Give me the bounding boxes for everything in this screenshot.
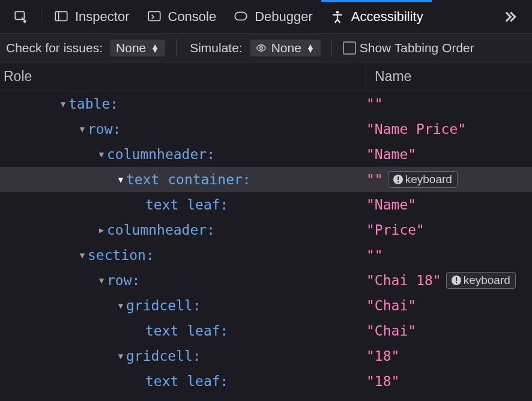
svg-rect-2 [148,11,160,20]
divider [41,7,41,26]
keyboard-badge[interactable]: keyboard [446,272,516,289]
role-label: row: [88,121,121,137]
tab-accessibility[interactable]: Accessibility [321,0,432,33]
pick-element-icon [13,9,29,25]
name-value: "Chai" [366,323,416,339]
role-label: row: [107,273,140,288]
tree-column-headers: Role Name [0,62,532,91]
tab-accessibility-label: Accessibility [351,9,423,25]
simulate-select[interactable]: None ▲▼ [250,40,321,56]
name-value: "" [366,96,383,112]
warning-icon [393,175,403,184]
accessibility-tree: ▼ table: "" ▼ row: "Name Price" ▼ column… [0,91,532,394]
simulate-value: None [271,41,301,55]
updown-icon: ▲▼ [151,44,159,52]
name-value: "" [366,172,383,187]
tree-row[interactable]: ▼ row: "Name Price" [0,116,532,142]
svg-point-4 [336,11,339,13]
tab-inspector[interactable]: Inspector [45,0,138,33]
show-tabbing-label: Show Tabbing Order [360,41,474,55]
chevron-down-icon[interactable]: ▼ [115,175,126,184]
column-header-name[interactable]: Name [366,62,532,91]
name-value: "Name" [366,197,416,213]
name-value: "Chai 18" [366,273,441,288]
role-label: columnheader: [107,222,215,238]
tree-row[interactable]: ▼ gridcell: "18" [0,343,532,369]
debugger-icon [233,9,249,25]
divider [331,39,332,56]
warning-icon [452,276,461,285]
role-label: table: [68,96,118,112]
role-label: section: [88,247,154,263]
role-label: text leaf: [145,323,228,339]
badge-label: keyboard [405,173,452,186]
simulate-label: Simulate: [187,41,245,55]
chevron-down-icon[interactable]: ▼ [77,250,88,260]
chevron-down-icon[interactable]: ▼ [115,301,126,310]
keyboard-badge[interactable]: keyboard [388,171,458,188]
accessibility-icon [330,9,345,25]
tab-debugger[interactable]: Debugger [225,0,321,33]
role-label: gridcell: [126,348,201,364]
column-header-role[interactable]: Role [0,62,366,91]
tree-row[interactable]: text leaf: "Name" [0,192,532,217]
tab-debugger-label: Debugger [255,9,313,25]
check-issues-value: None [116,41,146,55]
tree-row[interactable]: ▼ gridcell: "Chai" [0,293,532,318]
role-label: text leaf: [145,373,228,389]
name-value: "Name Price" [366,121,466,137]
name-value: "" [366,247,383,263]
divider [176,39,177,56]
tab-console-label: Console [168,9,217,25]
name-value: "Chai" [366,298,416,313]
tree-row[interactable]: ▼ columnheader: "Name" [0,142,532,167]
devtools-tabbar: Inspector Console Debugger Accessibility [0,0,532,34]
chevron-down-icon[interactable]: ▼ [115,351,126,361]
console-icon [147,9,162,25]
check-issues-select[interactable]: None ▲▼ [110,40,165,56]
tree-row[interactable]: ▶ columnheader: "Price" [0,217,532,243]
svg-rect-10 [456,277,457,281]
eye-icon [256,43,267,53]
tree-row[interactable]: ▼ section: "" [0,243,532,268]
show-tabbing-checkbox[interactable] [343,41,356,55]
chevron-down-icon[interactable]: ▼ [96,276,107,285]
tree-row[interactable]: ▼ row: "Chai 18" keyboard [0,268,532,293]
accessibility-toolbar: Check for issues: None ▲▼ Simulate: None… [0,34,532,62]
svg-rect-7 [397,176,399,180]
check-issues-label: Check for issues: [4,41,105,55]
show-tabbing-order[interactable]: Show Tabbing Order [343,41,474,55]
name-value: "Price" [366,222,425,238]
tabs-overflow-button[interactable] [492,0,527,33]
role-label: gridcell: [126,298,201,313]
inspector-icon [53,9,69,25]
svg-rect-8 [397,181,399,182]
svg-rect-1 [55,11,67,20]
tree-row[interactable]: ▼ table: "" [0,91,532,116]
badge-label: keyboard [464,274,510,287]
role-label: text container: [126,172,251,187]
svg-point-5 [259,46,262,49]
chevron-right-icon[interactable]: ▶ [96,225,107,235]
pick-element-button[interactable] [5,0,37,33]
chevrons-right-icon [501,8,519,26]
chevron-down-icon[interactable]: ▼ [58,99,68,109]
name-value: "18" [366,348,399,364]
chevron-down-icon[interactable]: ▼ [96,149,107,159]
chevron-down-icon[interactable]: ▼ [77,124,88,134]
tab-inspector-label: Inspector [75,9,130,25]
role-label: text leaf: [145,197,228,213]
tab-console[interactable]: Console [138,0,225,33]
updown-icon: ▲▼ [306,44,315,52]
tree-row-selected[interactable]: ▼ text container: "" keyboard [0,167,532,192]
name-value: "18" [366,373,399,389]
tree-row[interactable]: text leaf: "Chai" [0,318,532,343]
tree-row[interactable]: text leaf: "18" [0,369,532,394]
name-value: "Name" [366,146,416,162]
svg-rect-3 [235,12,247,20]
svg-rect-11 [456,282,457,283]
role-label: columnheader: [107,146,215,162]
